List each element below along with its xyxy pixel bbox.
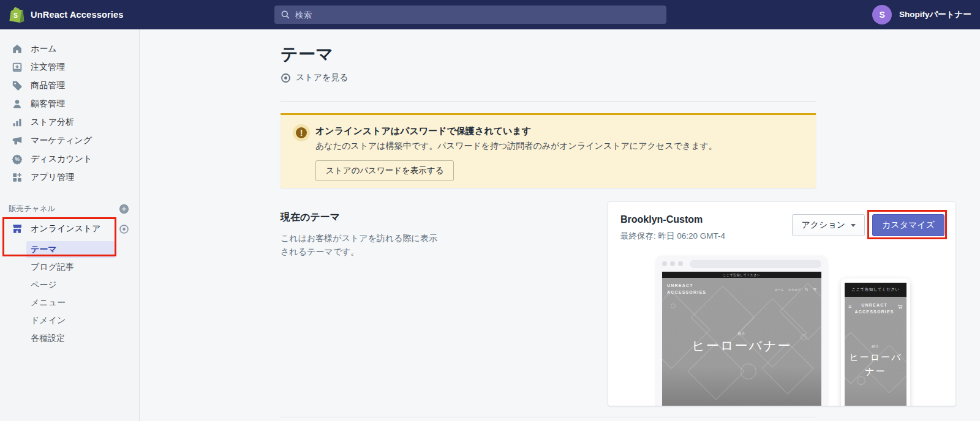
header-divider: [281, 101, 816, 102]
warning-icon: !: [293, 124, 310, 141]
eye-icon: [281, 73, 291, 83]
sidebar-item-analytics[interactable]: ストア分析: [0, 113, 139, 132]
sidebar-item-preferences[interactable]: 各種設定: [26, 330, 115, 347]
current-theme-heading: 現在のテーマ: [281, 211, 340, 224]
bottom-divider: [281, 417, 816, 417]
svg-text:%: %: [15, 156, 20, 162]
announcement-bar-mobile: ここで告知してください: [845, 283, 907, 297]
marketing-icon: [12, 135, 23, 146]
view-store-link[interactable]: ストアを見る: [281, 72, 349, 83]
desktop-preview: ここで告知してください UNREACT ACCESSORIES: [656, 256, 827, 406]
preview-cart-icon: [813, 288, 816, 291]
browser-chrome: [656, 256, 827, 272]
view-store-eye-icon[interactable]: [119, 224, 129, 234]
sidebar-item-marketing[interactable]: マーケティング: [0, 132, 139, 150]
home-icon: [12, 43, 23, 54]
topbar: S UnReact Accessories S Shopifyパートナー: [0, 0, 980, 29]
theme-card: Brooklyn-Custom 最終保存: 昨日 06:20 GMT-4 アクシ…: [608, 202, 956, 406]
hero-title-mobile: ヒーローバナー: [845, 351, 907, 378]
hamburger-icon: ≡: [848, 304, 851, 310]
sidebar-item-home[interactable]: ホーム: [0, 40, 139, 58]
sidebar-item-domains[interactable]: ドメイン: [26, 312, 115, 329]
sidebar-item-menus[interactable]: メニュー: [26, 294, 115, 311]
apps-icon: [12, 172, 23, 183]
storefront-icon: [12, 223, 23, 234]
page-title: テーマ: [281, 43, 333, 66]
mobile-preview: ここで告知してください ≡ UNREACT ACCESSORIES: [841, 278, 910, 406]
sidebar-item-themes[interactable]: テーマ: [26, 241, 115, 258]
preview-nav: ホーム カタログ: [774, 288, 816, 291]
banner-title: オンラインストアはパスワードで保護されています: [315, 125, 531, 137]
preview-store-logo: UNREACT ACCESSORIES: [667, 283, 706, 296]
sidebar-item-products[interactable]: 商品管理: [0, 76, 139, 95]
sidebar-item-blog-posts[interactable]: ブログ記事: [26, 259, 115, 276]
analytics-icon: [12, 117, 23, 128]
search-input[interactable]: [295, 10, 660, 20]
user-menu[interactable]: S Shopifyパートナー: [872, 0, 971, 29]
address-bar: [690, 260, 821, 268]
discounts-icon: %: [12, 154, 23, 165]
password-warning-banner: ! オンラインストアはパスワードで保護されています あなたのストアは構築中です。…: [281, 113, 816, 188]
sales-channels-header: 販売チャネル: [9, 204, 55, 214]
theme-preview: ここで告知してください UNREACT ACCESSORIES: [608, 202, 956, 406]
customers-icon: [12, 99, 23, 110]
svg-text:S: S: [13, 12, 18, 19]
sidebar-item-pages[interactable]: ページ: [26, 277, 115, 294]
preview-search-icon: [805, 288, 809, 291]
sidebar-item-apps[interactable]: アプリ管理: [0, 168, 139, 187]
preview-store-logo-mobile: UNREACT ACCESSORIES: [855, 302, 894, 315]
orders-icon: [12, 62, 23, 73]
user-name: Shopifyパートナー: [899, 9, 971, 20]
sidebar-item-discounts[interactable]: % ディスカウント: [0, 150, 139, 168]
sidebar: ホーム 注文管理 商品管理 顧客管理 ストア分析 マーケティング % ディスカウ…: [0, 29, 140, 421]
search-icon: [281, 10, 290, 20]
global-search[interactable]: [274, 6, 666, 24]
sidebar-item-customers[interactable]: 顧客管理: [0, 95, 139, 113]
preview-cart-icon-mobile: [897, 304, 903, 310]
products-icon: [12, 80, 23, 91]
current-theme-description: これはお客様がストアを訪れる際に表示されるテーマです。: [281, 231, 446, 259]
hero-banner-mobile: ≡ UNREACT ACCESSORIES 紹介 ヒーローバナー: [845, 297, 907, 406]
hero-banner-desktop: UNREACT ACCESSORIES ホーム カタログ 紹介 ヒーローバナー …: [662, 278, 821, 406]
hero-title-desktop: ヒーローバナー: [662, 337, 821, 354]
add-channel-icon[interactable]: [119, 204, 129, 214]
shopify-logo-icon: S: [9, 6, 24, 23]
store-name: UnReact Accessories: [31, 10, 124, 20]
announcement-bar: ここで告知してください: [662, 272, 821, 278]
store-identity[interactable]: S UnReact Accessories: [9, 0, 124, 29]
banner-body: あなたのストアは構築中です。パスワードを持つ訪問者のみがオンラインストアにアクセ…: [315, 141, 717, 152]
main-content: テーマ ストアを見る ! オンラインストアはパスワードで保護されています あなた…: [140, 29, 980, 421]
avatar: S: [872, 5, 892, 24]
sidebar-item-orders[interactable]: 注文管理: [0, 58, 139, 76]
show-password-button[interactable]: ストアのパスワードを表示する: [315, 160, 454, 181]
sidebar-item-online-store[interactable]: オンラインストア: [0, 219, 139, 239]
